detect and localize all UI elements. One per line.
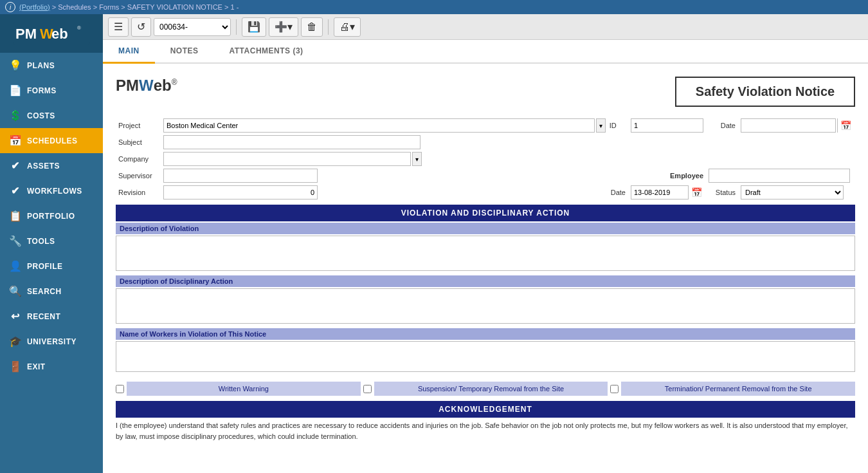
sidebar-label-costs: COSTS [27, 111, 55, 120]
id-value-cell: 1 [628, 117, 706, 134]
pmweb-logo-svg: PM W eb ® [13, 22, 90, 45]
date2-input[interactable] [631, 185, 689, 199]
sidebar-label-assets: ASSETS [27, 162, 60, 171]
breadcrumb-portfolio[interactable]: (Portfolio) [19, 3, 50, 11]
date-value-cell: 📅 [738, 117, 855, 134]
calendar2-icon[interactable]: 📅 [690, 187, 703, 198]
sidebar-item-recent[interactable]: ↩ RECENT [0, 304, 103, 329]
ack-text: I (the employee) understand that safety … [116, 420, 855, 441]
project-input[interactable] [163, 118, 595, 133]
sidebar-label-tools: TOOLS [27, 237, 55, 246]
date2-value-cell: 📅 [628, 184, 706, 201]
sidebar-label-plans: PLANS [27, 61, 55, 70]
supervisor-input[interactable] [163, 169, 318, 183]
calendar-icon[interactable]: 📅 [839, 120, 853, 131]
employee-label-cell: Employee [608, 167, 706, 184]
subject-label: Subject [118, 138, 142, 146]
info-icon[interactable]: i [5, 2, 15, 12]
checkbox-item-warning: Written Warning [116, 382, 361, 396]
description-violation-textarea[interactable] [116, 236, 855, 271]
sidebar-item-exit[interactable]: 🚪 EXIT [0, 354, 103, 379]
company-dropdown-btn[interactable]: ▾ [412, 152, 422, 166]
status-select[interactable]: Draft Approved Closed [741, 185, 844, 199]
termination-checkbox[interactable] [610, 385, 619, 393]
assets-icon: ✔ [9, 160, 22, 172]
sidebar-label-recent: RECENT [27, 312, 60, 321]
sidebar: PM W eb ® 💡 PLANS 📄 FORMS 💲 COSTS 📅 SCHE… [0, 14, 103, 473]
content-area: MAIN NOTES ATTACHMENTS (3) PM W eb ® Saf… [103, 40, 868, 473]
breadcrumb: (Portfolio) > Schedules > Forms > SAFETY… [19, 3, 239, 11]
sidebar-item-plans[interactable]: 💡 PLANS [0, 53, 103, 78]
tab-main[interactable]: MAIN [103, 40, 155, 64]
add-button[interactable]: ➕▾ [269, 17, 298, 37]
employee-label: Employee [670, 172, 703, 180]
supervisor-employee-row: Supervisor Employee [116, 167, 855, 184]
revision-value-cell [161, 184, 608, 201]
save-button[interactable]: 💾 [242, 17, 266, 37]
written-warning-label: Written Warning [127, 382, 361, 396]
history-button[interactable]: ↺ [131, 17, 151, 37]
sidebar-item-assets[interactable]: ✔ ASSETS [0, 153, 103, 178]
breadcrumb-rest: > Schedules > Forms > SAFETY VIOLATION N… [50, 3, 239, 11]
svg-text:®: ® [77, 25, 81, 31]
delete-button[interactable]: 🗑 [301, 17, 323, 37]
sidebar-item-portfolio[interactable]: 📋 PORTFOLIO [0, 203, 103, 228]
sidebar-item-tools[interactable]: 🔧 TOOLS [0, 228, 103, 254]
workers-name-textarea[interactable] [116, 341, 855, 372]
form-area: PM W eb ® Safety Violation Notice Projec… [103, 64, 868, 473]
tools-icon: 🔧 [9, 235, 22, 247]
form-fields-table: Project ▾ ID 1 [116, 117, 855, 201]
workers-name-subheader: Name of Workers in Violation of This Not… [116, 328, 855, 340]
company-row: Company ▾ [116, 151, 855, 167]
costs-icon: 💲 [9, 109, 22, 122]
revision-input[interactable] [163, 185, 318, 199]
tab-attachments[interactable]: ATTACHMENTS (3) [214, 40, 319, 64]
employee-input[interactable] [709, 169, 850, 183]
company-value-cell: ▾ [161, 151, 855, 167]
sidebar-item-search[interactable]: 🔍 SEARCH [0, 279, 103, 304]
supervisor-label-cell: Supervisor [116, 167, 161, 184]
sidebar-item-schedules[interactable]: 📅 SCHEDULES [0, 128, 103, 153]
revision-label-cell: Revision [116, 184, 161, 201]
company-label-cell: Company [116, 151, 161, 167]
print-button[interactable]: 🖨▾ [334, 17, 361, 37]
sidebar-label-forms: FORMS [27, 86, 57, 95]
suspension-checkbox[interactable] [363, 385, 372, 393]
description-disciplinary-textarea[interactable] [116, 288, 855, 324]
company-input[interactable] [163, 152, 411, 166]
suspension-label: Suspension/ Temporary Removal from the S… [374, 382, 608, 396]
status-value-cell: Draft Approved Closed [738, 184, 855, 201]
recent-icon: ↩ [9, 310, 22, 322]
sidebar-item-university[interactable]: 🎓 UNIVERSITY [0, 329, 103, 354]
sidebar-label-profile: PROFILE [27, 262, 63, 271]
written-warning-checkbox[interactable] [116, 385, 124, 393]
id-input[interactable]: 1 [631, 118, 703, 133]
employee-value-cell [706, 167, 855, 184]
list-button[interactable]: ☰ [108, 17, 129, 37]
date-input[interactable] [741, 118, 836, 133]
sidebar-label-university: UNIVERSITY [27, 337, 77, 346]
subject-input[interactable] [163, 135, 420, 149]
record-selector[interactable]: 000634- [154, 18, 231, 36]
sidebar-logo: PM W eb ® [0, 14, 103, 53]
description-disciplinary-subheader: Description of Disciplinary Action [116, 275, 855, 287]
date-label: Date [721, 122, 736, 129]
date2-label: Date [611, 189, 626, 196]
status-label-cell: Status [706, 184, 738, 201]
sidebar-item-forms[interactable]: 📄 FORMS [0, 78, 103, 103]
tab-notes[interactable]: NOTES [155, 40, 214, 64]
date2-label-cell: Date [608, 184, 628, 201]
sidebar-item-workflows[interactable]: ✔ WORKFLOWS [0, 178, 103, 203]
description-violation-subheader: Description of Violation [116, 223, 855, 234]
exit-icon: 🚪 [9, 360, 22, 373]
sidebar-item-profile[interactable]: 👤 PROFILE [0, 254, 103, 279]
notice-title: Safety Violation Notice [675, 77, 855, 107]
sidebar-item-costs[interactable]: 💲 COSTS [0, 103, 103, 128]
termination-label: Termination/ Permanent Removal from the … [621, 382, 855, 396]
subject-label-cell: Subject [116, 134, 161, 151]
supervisor-label: Supervisor [118, 172, 152, 180]
project-dropdown-btn[interactable]: ▾ [596, 118, 606, 133]
supervisor-value-cell [161, 167, 608, 184]
ack-header: ACKNOWLEDGEMENT [116, 401, 855, 418]
profile-icon: 👤 [9, 260, 22, 272]
